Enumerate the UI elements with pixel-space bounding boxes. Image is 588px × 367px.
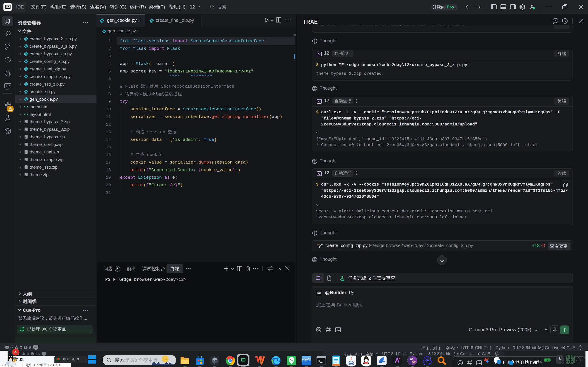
svg-text:z: z [579, 357, 580, 360]
svg-text:DX: DX [412, 361, 416, 364]
svg-text:JA: JA [409, 357, 413, 360]
